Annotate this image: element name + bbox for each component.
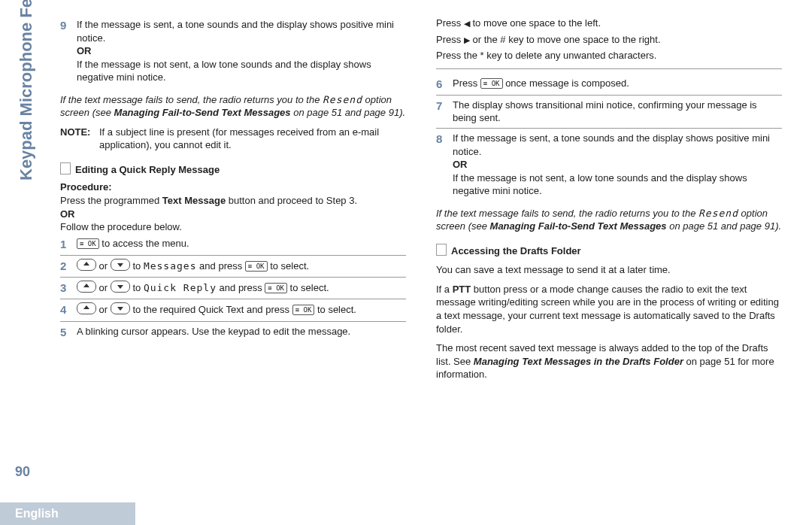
- document-icon: [60, 162, 71, 174]
- nav-up-icon: [77, 281, 96, 293]
- step-number: 6: [436, 77, 453, 92]
- ok-key-icon: ≡ OK: [480, 78, 503, 89]
- step-number: 7: [436, 99, 453, 114]
- left-column: 9 If the message is sent, a tone sounds …: [60, 15, 406, 387]
- step-2: 2 or to Messages and press ≡ OK to selec…: [60, 256, 406, 278]
- nav-up-icon: [77, 302, 96, 314]
- procedure-block: Procedure: Press the programmed Text Mes…: [60, 181, 406, 233]
- step-9: 9 If the message is sent, a tone sounds …: [60, 15, 406, 87]
- note-block: NOTE: If a subject line is present (for …: [60, 126, 406, 152]
- drafts-para-2: If a PTT button press or a mode change c…: [436, 283, 782, 335]
- step-number: 5: [60, 325, 77, 340]
- arrow-left-icon: [464, 17, 470, 29]
- resend-label: Resend: [323, 94, 362, 105]
- step-1: 1 ≡ OK to access the menu.: [60, 234, 406, 256]
- drafts-para-1: You can save a text message to send it a…: [436, 263, 782, 277]
- page-number: 90: [15, 463, 30, 481]
- ok-key-icon: ≡ OK: [77, 238, 99, 249]
- step-number: 1: [60, 237, 77, 252]
- step-5: 5 A blinking cursor appears. Use the key…: [60, 322, 406, 343]
- ok-key-icon: ≡ OK: [245, 261, 268, 272]
- note-label: NOTE:: [60, 126, 99, 152]
- nav-instructions: Press to move one space to the left. Pre…: [436, 15, 782, 64]
- right-column: Press to move one space to the left. Pre…: [436, 15, 782, 387]
- resend-label: Resend: [698, 208, 738, 219]
- sidebar-label: Keypad Microphone Features: [15, 0, 38, 181]
- step-4: 4 or to the required Quick Text and pres…: [60, 299, 406, 321]
- ok-key-icon: ≡ OK: [292, 305, 315, 315]
- step-text: If the message is sent, a tone sounds an…: [77, 19, 394, 44]
- step-number: 3: [60, 281, 77, 296]
- fail-note: If the text message fails to send, the r…: [436, 207, 782, 233]
- nav-down-icon: [111, 259, 130, 271]
- step-3: 3 or to Quick Reply and press ≡ OK to se…: [60, 278, 406, 299]
- drafts-para-3: The most recent saved text message is al…: [436, 341, 782, 381]
- nav-up-icon: [77, 259, 96, 271]
- or-label: OR: [453, 159, 468, 170]
- document-icon: [436, 244, 447, 256]
- step-number: 2: [60, 259, 77, 274]
- nav-down-icon: [111, 281, 130, 293]
- step-8: 8 If the message is sent, a tone sounds …: [436, 129, 782, 201]
- procedure-label: Procedure:: [60, 181, 112, 193]
- step-number: 4: [60, 302, 77, 317]
- step-text: If the message is not sent, a low tone s…: [77, 59, 371, 83]
- nav-down-icon: [111, 302, 130, 314]
- step-number: 9: [60, 18, 77, 33]
- arrow-right-icon: [464, 34, 470, 45]
- or-label: OR: [60, 208, 75, 220]
- step-6: 6 Press ≡ OK once message is composed.: [436, 74, 782, 96]
- note-text: If a subject line is present (for messag…: [99, 126, 406, 152]
- section-title-drafts: Accessing the Drafts Folder: [436, 244, 782, 258]
- fail-note: If the text message fails to send, the r…: [60, 93, 406, 120]
- ok-key-icon: ≡ OK: [265, 283, 287, 293]
- step-7: 7 The display shows transitional mini no…: [436, 96, 782, 129]
- section-title: Editing a Quick Reply Message: [60, 162, 406, 177]
- or-label: OR: [77, 45, 92, 56]
- step-number: 8: [436, 132, 453, 147]
- footer-language-bar: English: [0, 502, 135, 525]
